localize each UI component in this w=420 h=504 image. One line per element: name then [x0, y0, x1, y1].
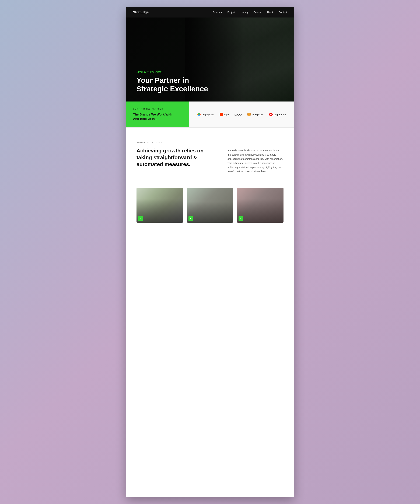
- partners-heading-line1: The Brands We Work With: [133, 113, 172, 116]
- hero-title-line2: Strategic Excellence: [137, 85, 208, 93]
- about-section: ABOUT STRAT EDGE Achieving growth relies…: [126, 128, 294, 184]
- about-right: In the dynamic landscape of business evo…: [228, 142, 283, 174]
- nav-link-career[interactable]: Career: [253, 11, 261, 14]
- navbar: StratEdge Services Project pricing Caree…: [126, 7, 294, 18]
- nav-links: Services Project pricing Career About Co…: [212, 11, 287, 14]
- nav-item-contact[interactable]: Contact: [279, 11, 287, 14]
- logo1-icon: [197, 113, 201, 116]
- partner-logo-1-text: Logoipsum: [202, 113, 214, 116]
- hero-title: Your Partner in Strategic Excellence: [137, 76, 208, 93]
- browser-window: StratEdge Services Project pricing Caree…: [126, 7, 294, 497]
- nav-item-project[interactable]: Project: [228, 11, 235, 14]
- partners-logos: Logoipsum logo LOQO L logoipsum: [189, 102, 294, 127]
- gallery-person-1: [137, 193, 183, 223]
- about-description: In the dynamic landscape of business evo…: [228, 149, 283, 174]
- partners-left: OUR TRUSTED PARTNER The Brands We Work W…: [126, 102, 189, 127]
- nav-link-contact[interactable]: Contact: [279, 11, 287, 14]
- partner-logo-5-text: Logoipsum: [274, 113, 286, 116]
- partner-logo-4-text: logoipsum: [252, 113, 263, 116]
- nav-link-about[interactable]: About: [267, 11, 273, 14]
- gallery-item-3: C: [237, 188, 283, 223]
- about-heading: Achieving growth relies on taking straig…: [137, 147, 217, 168]
- svg-text:L: L: [249, 114, 250, 115]
- partners-heading-line2: And Believe In...: [133, 117, 157, 120]
- nav-item-career[interactable]: Career: [253, 11, 261, 14]
- logo4-icon: L: [247, 113, 251, 116]
- hero-tag: Strategy & Innovation: [137, 70, 208, 73]
- gallery-item-1: A: [137, 188, 183, 223]
- logo5-icon: [269, 113, 273, 116]
- about-left: ABOUT STRAT EDGE Achieving growth relies…: [137, 142, 217, 168]
- nav-link-services[interactable]: Services: [212, 11, 222, 14]
- partner-logo-5: Logoipsum: [269, 113, 286, 116]
- svg-point-3: [198, 114, 200, 116]
- partners-heading: The Brands We Work With And Believe In..…: [133, 112, 182, 121]
- about-label: ABOUT STRAT EDGE: [137, 142, 217, 144]
- hero-title-line1: Your Partner in: [137, 76, 189, 84]
- gallery-label-3: C: [239, 216, 243, 221]
- nav-item-services[interactable]: Services: [212, 11, 222, 14]
- gallery-person-3: [237, 193, 283, 223]
- partners-label: OUR TRUSTED PARTNER: [133, 108, 182, 110]
- partner-logo-2: logo: [220, 113, 229, 116]
- partner-logo-3: LOQO: [234, 113, 241, 116]
- site-logo[interactable]: StratEdge: [133, 11, 149, 14]
- gallery-section: A B C: [126, 184, 294, 233]
- nav-link-project[interactable]: Project: [228, 11, 235, 14]
- nav-link-pricing[interactable]: pricing: [241, 11, 248, 14]
- nav-item-about[interactable]: About: [267, 11, 273, 14]
- partners-section: OUR TRUSTED PARTNER The Brands We Work W…: [126, 102, 294, 128]
- gallery-label-2: B: [188, 216, 193, 221]
- partner-logo-2-text: logo: [224, 113, 229, 116]
- gallery-label-1: A: [138, 216, 143, 221]
- hero-section: Strategy & Innovation Your Partner in St…: [126, 18, 294, 102]
- hero-content: Strategy & Innovation Your Partner in St…: [137, 70, 208, 93]
- gallery-item-2: B: [187, 188, 234, 223]
- partner-logo-1: Logoipsum: [197, 113, 214, 116]
- partner-logo-3-text: LOQO: [234, 113, 241, 116]
- gallery-person-2: [187, 193, 234, 223]
- nav-item-pricing[interactable]: pricing: [241, 11, 248, 14]
- partner-logo-4: L logoipsum: [247, 113, 263, 116]
- logo2-icon: [220, 113, 223, 116]
